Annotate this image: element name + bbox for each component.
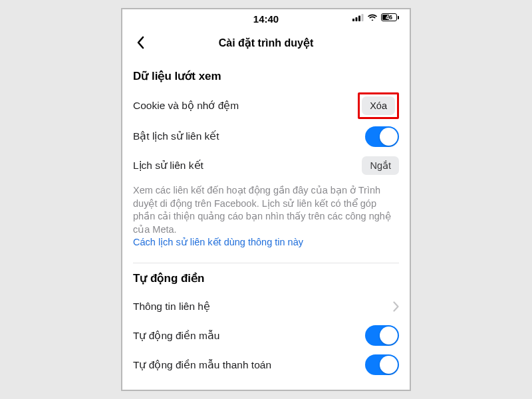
help-text: Xem các liên kết đến hoạt động gần đây c… bbox=[133, 184, 399, 249]
row-autofill-payment: Tự động điền mẫu thanh toán bbox=[133, 350, 399, 380]
help-text-body: Xem các liên kết đến hoạt động gần đây c… bbox=[133, 185, 391, 235]
cellular-signal-icon bbox=[352, 14, 364, 21]
svg-rect-2 bbox=[358, 15, 360, 21]
row-cookies: Cookie và bộ nhớ đệm Xóa bbox=[133, 90, 399, 122]
clear-button[interactable]: Xóa bbox=[362, 96, 395, 115]
status-indicators: 46 bbox=[352, 13, 399, 21]
highlight-annotation: Xóa bbox=[358, 92, 399, 119]
chevron-right-icon bbox=[393, 301, 399, 312]
toggle-autofill-form[interactable] bbox=[365, 325, 399, 346]
chevron-left-icon bbox=[136, 36, 144, 49]
row-label-autofill-payment: Tự động điền mẫu thanh toán bbox=[133, 359, 271, 371]
row-contact-info[interactable]: Thông tin liên hệ bbox=[133, 292, 399, 321]
section-autofill-title: Tự động điền bbox=[133, 271, 399, 285]
section-divider bbox=[133, 263, 399, 263]
row-autofill-form: Tự động điền mẫu bbox=[133, 321, 399, 350]
status-bar: 14:40 46 bbox=[122, 9, 410, 28]
row-label-cookies: Cookie và bộ nhớ đệm bbox=[133, 100, 239, 112]
svg-rect-3 bbox=[362, 14, 364, 21]
back-button[interactable] bbox=[130, 33, 150, 53]
row-link-history: Lịch sử liên kết Ngắt bbox=[133, 151, 399, 180]
toggle-link-history[interactable] bbox=[365, 126, 399, 147]
svg-rect-0 bbox=[352, 19, 354, 21]
row-link-history-toggle: Bật lịch sử liên kết bbox=[133, 122, 399, 151]
row-label-contact: Thông tin liên hệ bbox=[133, 301, 210, 313]
page-title: Cài đặt trình duyệt bbox=[122, 37, 410, 49]
row-label-link-history-toggle: Bật lịch sử liên kết bbox=[133, 130, 219, 142]
help-link[interactable]: Cách lịch sử liên kết dùng thông tin này bbox=[133, 237, 303, 247]
row-label-link-history: Lịch sử liên kết bbox=[133, 160, 203, 172]
wifi-icon bbox=[367, 14, 378, 21]
row-label-autofill: Tự động điền mẫu bbox=[133, 330, 219, 342]
section-browsing-data-title: Dữ liệu lướt xem bbox=[133, 69, 399, 83]
phone-frame: 14:40 46 Cài đặt trình duyệt Dữ liệu lướ… bbox=[121, 8, 411, 391]
toggle-autofill-payment[interactable] bbox=[365, 354, 399, 375]
battery-icon: 46 bbox=[381, 13, 399, 21]
battery-percentage: 46 bbox=[386, 14, 392, 21]
nav-header: Cài đặt trình duyệt bbox=[122, 28, 410, 57]
settings-content: Dữ liệu lướt xem Cookie và bộ nhớ đệm Xó… bbox=[122, 57, 410, 380]
svg-rect-1 bbox=[356, 17, 358, 21]
disconnect-button[interactable]: Ngắt bbox=[362, 156, 399, 175]
